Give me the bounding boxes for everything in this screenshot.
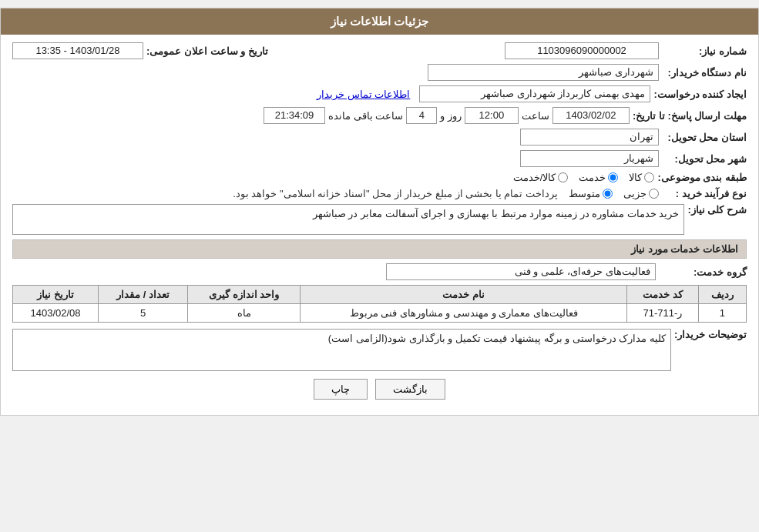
mohlat-mandeh-label: ساعت باقی مانده — [328, 110, 403, 122]
tarikh-value: 1403/01/28 - 13:35 — [12, 42, 143, 59]
services-table: ردیف کد خدمت نام خدمت واحد اندازه گیری ت… — [12, 285, 747, 323]
row-tawzihat: توضیحات خریدار: کلیه مدارک درخواستی و بر… — [12, 329, 747, 371]
radio-motavasset-input[interactable] — [603, 189, 613, 199]
nam-dastgah-label: نام دستگاه خریدار: — [662, 67, 747, 79]
mohlat-rooz-label: روز و — [440, 110, 462, 122]
gorohe-khadamat-label: گروه خدمت: — [662, 266, 747, 278]
td-radif: 1 — [698, 304, 746, 323]
row-shomare-tarikh: شماره نیاز: 1103096090000002 تاریخ و ساع… — [12, 42, 747, 59]
sharh-kolli-value: خرید خدمات مشاوره در زمینه موارد مرتبط ب… — [12, 204, 684, 235]
content-area: شماره نیاز: 1103096090000002 تاریخ و ساع… — [1, 35, 758, 415]
shomare-niaz-value: 1103096090000002 — [505, 42, 659, 59]
mohlat-mandeh: 21:34:09 — [264, 107, 325, 124]
mohlat-saat-label: ساعت — [522, 110, 549, 122]
td-tarikh: 1403/02/08 — [13, 304, 99, 323]
sharh-kolli-label: شرح کلی نیاز: — [687, 204, 747, 216]
radio-kala-khadamat-input[interactable] — [558, 172, 568, 182]
th-vahed: واحد اندازه گیری — [188, 286, 301, 304]
td-nam: فعالیت‌های معماری و مهندسی و مشاورهای فن… — [301, 304, 627, 323]
farayand-note: پرداخت تمام یا بخشی از مبلغ خریدار از مح… — [233, 188, 558, 199]
tawzihat-label: توضیحات خریدار: — [674, 329, 747, 340]
row-nam-dastgah: نام دستگاه خریدار: شهرداری صباشهر — [12, 64, 747, 81]
th-tarikh: تاریخ نیاز — [13, 286, 99, 304]
shahr-value: شهریار — [520, 150, 659, 167]
radio-khadamat-label: خدمت — [579, 172, 606, 183]
mohlat-date: 1403/02/02 — [552, 107, 630, 124]
table-row: 1 ر-711-71 فعالیت‌های معماری و مهندسی و … — [13, 304, 747, 323]
td-vahed: ماه — [188, 304, 301, 323]
row-gorohe-khadamat: گروه خدمت: فعالیت‌های حرفه‌ای، علمی و فن… — [12, 263, 747, 280]
th-nam: نام خدمت — [301, 286, 627, 304]
row-sharh-kolli: شرح کلی نیاز: خرید خدمات مشاوره در زمینه… — [12, 204, 747, 235]
row-shahr: شهر محل تحویل: شهریار — [12, 150, 747, 167]
row-tabaqebandi: طبقه بندی موضوعی: کالا خدمت کالا/خدمت — [12, 172, 747, 183]
shomare-niaz-label: شماره نیاز: — [662, 45, 747, 57]
radio-kala: کالا — [629, 172, 654, 183]
back-button[interactable]: بازگشت — [375, 379, 445, 400]
radio-jozyi-input[interactable] — [649, 189, 659, 199]
noe-farayand-radio-group: جزیی متوسط — [569, 188, 659, 199]
radio-kala-label: کالا — [629, 172, 642, 183]
page-wrapper: جزئیات اطلاعات نیاز شماره نیاز: 11030960… — [0, 8, 759, 416]
th-radif: ردیف — [698, 286, 746, 304]
radio-jozyi: جزیی — [623, 188, 659, 199]
mohlat-saat: 12:00 — [465, 107, 519, 124]
row-ijad-konande: ایجاد کننده درخواست: مهدی بهمنی کاربرداز… — [12, 85, 747, 102]
tabaqebandi-radio-group: کالا خدمت کالا/خدمت — [513, 172, 655, 183]
tarikh-label: تاریخ و ساعت اعلان عمومی: — [146, 45, 268, 57]
radio-kala-khadamat: کالا/خدمت — [513, 172, 569, 183]
radio-jozyi-label: جزیی — [623, 188, 646, 199]
ettelaat-tamas-link[interactable]: اطلاعات تماس خریدار — [317, 89, 410, 100]
table-header-row: ردیف کد خدمت نام خدمت واحد اندازه گیری ت… — [13, 286, 747, 304]
ostan-label: استان محل تحویل: — [662, 132, 747, 143]
radio-kala-input[interactable] — [644, 172, 654, 182]
radio-motavasset: متوسط — [569, 188, 613, 199]
tabaqebandi-label: طبقه بندی موضوعی: — [657, 172, 747, 183]
radio-khadamat-input[interactable] — [608, 172, 618, 182]
td-tedad: 5 — [99, 304, 188, 323]
ijad-konande-label: ایجاد کننده درخواست: — [653, 89, 747, 100]
radio-motavasset-label: متوسط — [569, 188, 600, 199]
print-button[interactable]: چاپ — [314, 379, 368, 400]
row-mohlat: مهلت ارسال پاسخ: تا تاریخ: 1403/02/02 سا… — [12, 107, 747, 124]
tawzihat-value: کلیه مدارک درخواستی و برگه پیشنهاد قیمت … — [12, 329, 671, 371]
row-noe-farayand: نوع فرآیند خرید : جزیی متوسط پرداخت تمام… — [12, 188, 747, 199]
mohlat-label: مهلت ارسال پاسخ: تا تاریخ: — [633, 110, 747, 122]
nam-dastgah-value: شهرداری صباشهر — [428, 64, 659, 81]
radio-kala-khadamat-label: کالا/خدمت — [513, 172, 556, 183]
radio-khadamat: خدمت — [579, 172, 618, 183]
btn-row: بازگشت چاپ — [12, 379, 747, 400]
page-header: جزئیات اطلاعات نیاز — [1, 8, 758, 35]
page-title: جزئیات اطلاعات نیاز — [331, 15, 428, 28]
td-kod: ر-711-71 — [627, 304, 699, 323]
gorohe-khadamat-value: فعالیت‌های حرفه‌ای، علمی و فنی — [386, 263, 656, 280]
shahr-label: شهر محل تحویل: — [662, 153, 747, 165]
th-tedad: تعداد / مقدار — [99, 286, 188, 304]
noe-farayand-label: نوع فرآیند خرید : — [662, 188, 747, 199]
khadamat-section-title: اطلاعات خدمات مورد نیاز — [12, 239, 747, 259]
th-kod: کد خدمت — [627, 286, 699, 304]
row-ostan: استان محل تحویل: تهران — [12, 129, 747, 146]
ijad-konande-value: مهدی بهمنی کاربرداز شهرداری صباشهر — [419, 85, 650, 102]
ostan-value: تهران — [520, 129, 659, 146]
mohlat-rooz: 4 — [406, 107, 437, 124]
